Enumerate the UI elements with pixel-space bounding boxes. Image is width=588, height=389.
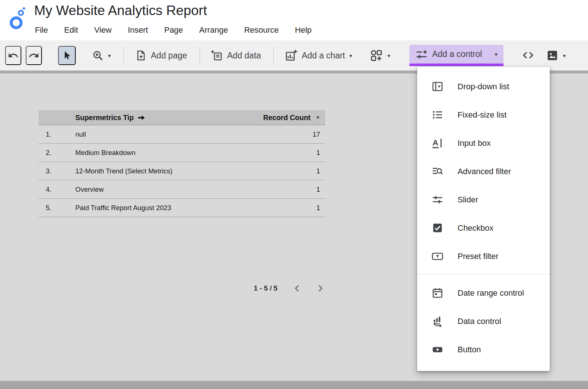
row-count: 1 [316,186,325,194]
checkbox-icon [431,222,444,234]
row-index: 1. [39,130,51,138]
menu-help[interactable]: Help [294,24,312,36]
insert-image-button[interactable]: ▾ [545,46,567,65]
caret-down-icon: ▾ [563,53,566,58]
row-tip: Paid Traffic Report August 2023 [75,204,171,212]
menu-item-button[interactable]: Button [417,335,550,364]
canvas-bottom-edge [0,381,588,389]
sort-desc-icon: ▼ [316,115,320,120]
redo-button[interactable] [26,46,42,65]
menu-edit[interactable]: Edit [63,24,79,36]
menu-item-label: Data control [458,317,501,326]
add-data-button[interactable]: Add data [209,46,262,65]
table-pagination: 1 - 5 / 5 [39,281,325,296]
menu-divider [417,274,550,274]
add-chart-button[interactable]: Add a chart ▾ [283,46,354,65]
caret-down-icon: ▾ [349,53,352,58]
row-index: 3. [39,167,51,175]
menu-item-advanced-filter[interactable]: Advanced filter [417,157,550,186]
menu-resource[interactable]: Resource [243,24,279,36]
add-control-menu: Drop-down list Fixed-size list A Input b… [417,67,550,371]
table-row: 1. null 17 [39,125,325,144]
caret-down-icon: ▾ [108,53,111,58]
toolbar: ▾ Add page Add data [0,40,588,71]
chevron-right-icon [316,284,325,293]
menu-arrange[interactable]: Arrange [198,24,229,36]
menu-item-fixed-size-list[interactable]: Fixed-size list [417,101,550,129]
fixed-size-list-icon [431,109,444,121]
table-header-tip[interactable]: Supermetrics Tip [75,114,146,122]
menu-item-data-control[interactable]: Data control [417,307,550,335]
input-box-icon: A [431,137,444,149]
row-tip: Medium Breakdown [75,149,136,157]
add-page-icon [135,50,147,61]
drop-down-list-icon [431,80,444,93]
menu-item-label: Drop-down list [458,82,509,91]
table-header-count[interactable]: Record Count ▼ [263,114,325,122]
caret-down-icon: ▾ [387,53,390,58]
menu-item-input-box[interactable]: A Input box [417,129,550,157]
menu-item-label: Preset filter [458,252,498,261]
table-row: 2. Medium Breakdown 1 [39,144,325,162]
toolbar-divider [200,47,200,64]
menu-item-label: Fixed-size list [458,110,506,120]
community-visualizations-icon [370,49,383,62]
add-page-label: Add page [151,51,187,61]
looker-studio-logo [9,7,26,31]
table-header-row: Supermetrics Tip Record Count ▼ [39,110,325,125]
menu-item-label: Advanced filter [458,167,511,176]
advanced-filter-icon [431,165,444,177]
menu-page[interactable]: Page [164,24,184,36]
redo-icon [28,50,39,61]
add-data-icon [211,50,223,61]
menu-item-preset-filter[interactable]: Preset filter [417,242,550,270]
row-count: 17 [312,130,325,138]
row-index: 2. [39,149,51,157]
tip-column-header: Supermetrics Tip [75,114,134,122]
code-embed-button[interactable] [520,46,537,65]
row-index: 4. [39,186,51,194]
row-count: 1 [316,149,325,157]
chevron-left-icon [293,284,302,293]
menu-item-drop-down-list[interactable]: Drop-down list [417,72,550,101]
add-data-label: Add data [227,51,261,61]
add-control-button[interactable]: Add a control ▾ [409,45,503,66]
menu-item-slider[interactable]: Slider [417,186,550,214]
community-visualizations-button[interactable]: ▾ [368,46,392,65]
preset-filter-icon [431,250,444,262]
table-row: 4. Overview 1 [39,180,325,199]
menu-item-date-range-control[interactable]: Date range control [417,279,550,307]
select-tool-button[interactable] [58,46,76,65]
row-tip: null [75,130,86,138]
menu-item-label: Checkbox [458,223,494,233]
menu-item-label: Input box [458,138,491,148]
menu-item-label: Slider [458,195,478,205]
row-index: 5. [39,204,51,212]
record-count-table[interactable]: Supermetrics Tip Record Count ▼ 1. null … [39,110,325,217]
menu-insert[interactable]: Insert [127,24,149,36]
data-control-icon [431,315,444,327]
menubar: File Edit View Insert Page Arrange Resou… [34,24,312,36]
report-title[interactable]: My Website Analytics Report [34,3,207,18]
menu-file[interactable]: File [34,24,49,36]
table-row: 5. Paid Traffic Report August 2023 1 [39,199,325,217]
row-tip: 12-Month Trend (Select Metrics) [75,167,172,175]
pagination-label: 1 - 5 / 5 [254,284,277,292]
add-control-label: Add a control [432,49,482,59]
table-row: 3. 12-Month Trend (Select Metrics) 1 [39,162,325,180]
previous-page-button[interactable] [292,283,302,293]
slider-icon [431,194,444,206]
next-page-button[interactable] [315,283,325,293]
add-chart-icon [285,49,297,62]
undo-button[interactable] [5,46,21,65]
svg-text:A: A [433,138,438,147]
menu-item-checkbox[interactable]: Checkbox [417,214,550,242]
zoom-control[interactable]: ▾ [90,46,112,65]
toolbar-divider [123,47,124,64]
zoom-in-icon [92,50,104,61]
cursor-icon [62,50,72,61]
button-icon [431,343,444,356]
row-count: 1 [316,204,325,212]
add-page-button[interactable]: Add page [133,46,189,65]
menu-view[interactable]: View [93,24,112,36]
